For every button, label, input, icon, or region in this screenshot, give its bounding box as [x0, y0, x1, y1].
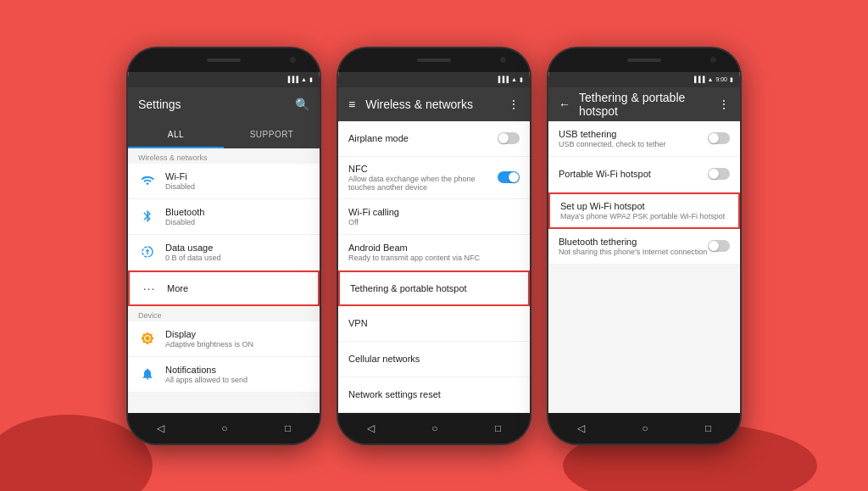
list-item-notifications[interactable]: Notifications All apps allowed to send: [128, 357, 320, 393]
phone-1-title: Settings: [138, 98, 288, 111]
list-item-tethering[interactable]: Tethering & portable hotspot: [338, 271, 530, 306]
phone-2-dots-icon[interactable]: ⋮: [508, 98, 520, 111]
list-item-network-reset[interactable]: Network settings reset: [338, 377, 530, 413]
setup-hotspot-subtitle: Maya's phone WPA2 PSK portable Wi-Fi hot…: [560, 212, 728, 220]
list-item-more[interactable]: ··· More: [128, 271, 320, 306]
more-title: More: [167, 283, 308, 293]
signal-icon: ▐▐▐: [286, 76, 298, 82]
display-content: Display Adaptive brightness is ON: [165, 329, 309, 349]
phone-3-back-icon[interactable]: ←: [559, 98, 570, 111]
usb-tethering-title: USB tethering: [559, 129, 708, 139]
phone-2-screen: ▐▐▐ ▲ ▮ ≡ Wireless & networks ⋮ Airplane…: [338, 72, 530, 413]
setup-hotspot-content: Set up Wi-Fi hotspot Maya's phone WPA2 P…: [560, 201, 728, 220]
home-button-2[interactable]: ○: [431, 422, 437, 434]
phone-2-status-bar: ▐▐▐ ▲ ▮: [338, 72, 530, 87]
phone-3-status-icons: ▐▐▐ ▲ 9:00 ▮: [693, 76, 733, 83]
home-button-3[interactable]: ○: [642, 422, 648, 434]
list-item-wifi[interactable]: Wi-Fi Disabled: [128, 164, 320, 199]
phone-2-top-bar: [338, 48, 530, 72]
display-title: Display: [165, 329, 309, 339]
battery-icon-2: ▮: [520, 76, 523, 83]
notifications-title: Notifications: [165, 365, 309, 375]
recent-button-1[interactable]: □: [285, 422, 291, 434]
wifi-calling-content: Wi-Fi calling Off: [348, 207, 520, 226]
back-button-1[interactable]: ◁: [157, 422, 164, 434]
phone-3-dots-icon[interactable]: ⋮: [718, 98, 730, 111]
notifications-icon: [138, 365, 157, 383]
portable-hotspot-toggle[interactable]: [708, 168, 730, 180]
back-button-3[interactable]: ◁: [577, 422, 585, 434]
wifi-content: Wi-Fi Disabled: [165, 171, 309, 191]
notifications-content: Notifications All apps allowed to send: [165, 365, 309, 384]
phone-2: ▐▐▐ ▲ ▮ ≡ Wireless & networks ⋮ Airplane…: [337, 47, 531, 445]
list-item-display[interactable]: Display Adaptive brightness is ON: [128, 321, 320, 357]
phone-1-content: Wireless & networks Wi-Fi Disabled: [128, 148, 320, 413]
bluetooth-icon: [138, 207, 157, 226]
notifications-subtitle: All apps allowed to send: [165, 376, 309, 384]
recent-button-3[interactable]: □: [705, 422, 711, 434]
usb-tethering-content: USB tethering USB connected, check to te…: [559, 129, 708, 148]
phone-1-status-icons: ▐▐▐ ▲ ▮: [286, 76, 313, 83]
phone-1: ▐▐▐ ▲ ▮ Settings 🔍 ALL SUPPORT Wireless …: [126, 47, 321, 445]
list-item-portable-hotspot[interactable]: Portable Wi-Fi hotspot: [548, 157, 740, 192]
airplane-toggle[interactable]: [498, 132, 520, 144]
bluetooth-title: Bluetooth: [165, 207, 309, 217]
phone-3-title: Tethering & portable hotspot: [579, 91, 718, 118]
phone-1-camera: [290, 57, 296, 63]
wifi-calling-title: Wi-Fi calling: [348, 207, 520, 217]
list-item-cellular[interactable]: Cellular networks: [338, 342, 530, 377]
data-usage-subtitle: 0 B of data used: [165, 254, 309, 262]
phones-container: ▐▐▐ ▲ ▮ Settings 🔍 ALL SUPPORT Wireless …: [118, 30, 750, 462]
phone-2-nav-bar: ◁ ○ □: [338, 413, 530, 444]
phone-2-menu-icon[interactable]: ≡: [348, 98, 355, 111]
list-item-vpn[interactable]: VPN: [338, 306, 530, 342]
tab-all[interactable]: ALL: [128, 121, 224, 148]
phone-1-app-bar: Settings 🔍: [128, 87, 320, 121]
section-label-wireless: Wireless & networks: [128, 148, 320, 164]
list-item-android-beam[interactable]: Android Beam Ready to transmit app conte…: [338, 235, 530, 271]
bt-tethering-content: Bluetooth tethering Not sharing this pho…: [559, 237, 708, 256]
display-subtitle: Adaptive brightness is ON: [165, 340, 309, 349]
phone-2-title: Wireless & networks: [365, 98, 508, 111]
phone-3-nav-bar: ◁ ○ □: [548, 413, 740, 444]
list-item-bt-tethering[interactable]: Bluetooth tethering Not sharing this pho…: [548, 229, 740, 265]
wifi-status-icon-2: ▲: [511, 76, 517, 82]
wifi-title: Wi-Fi: [165, 171, 309, 181]
back-button-2[interactable]: ◁: [367, 422, 375, 434]
cellular-title: Cellular networks: [348, 354, 520, 364]
list-item-airplane[interactable]: Airplane mode: [338, 121, 530, 157]
phone-3-top-bar: [548, 48, 740, 72]
list-item-nfc[interactable]: NFC Allow data exchange when the phone t…: [338, 157, 530, 199]
usb-tethering-toggle[interactable]: [708, 132, 730, 144]
tab-support[interactable]: SUPPORT: [224, 121, 320, 148]
phone-1-search-icon[interactable]: 🔍: [295, 98, 309, 111]
list-item-setup-hotspot[interactable]: Set up Wi-Fi hotspot Maya's phone WPA2 P…: [548, 192, 740, 229]
list-item-bluetooth[interactable]: Bluetooth Disabled: [128, 199, 320, 235]
status-time-3: 9:00: [715, 76, 727, 82]
home-button-1[interactable]: ○: [221, 422, 227, 434]
phone-2-status-icons: ▐▐▐ ▲ ▮: [496, 76, 523, 83]
battery-icon-3: ▮: [730, 76, 733, 83]
phone-2-content: Airplane mode NFC Allow data exchange wh…: [338, 121, 530, 413]
nfc-toggle[interactable]: [498, 171, 520, 183]
battery-icon: ▮: [309, 76, 313, 83]
phone-3-status-bar: ▐▐▐ ▲ 9:00 ▮: [548, 72, 740, 87]
phone-1-screen: ▐▐▐ ▲ ▮ Settings 🔍 ALL SUPPORT Wireless …: [128, 72, 320, 413]
list-item-data-usage[interactable]: Data usage 0 B of data used: [128, 235, 320, 271]
wifi-status-icon: ▲: [301, 76, 307, 82]
tethering-title: Tethering & portable hotspot: [350, 283, 518, 293]
recent-button-2[interactable]: □: [495, 422, 501, 434]
display-icon: [138, 329, 157, 348]
list-item-wifi-calling[interactable]: Wi-Fi calling Off: [338, 199, 530, 235]
portable-hotspot-title: Portable Wi-Fi hotspot: [559, 169, 708, 179]
bt-tethering-subtitle: Not sharing this phone's Internet connec…: [559, 248, 708, 256]
list-item-usb-tethering[interactable]: USB tethering USB connected, check to te…: [548, 121, 740, 157]
android-beam-subtitle: Ready to transmit app content via NFC: [348, 254, 520, 262]
portable-hotspot-content: Portable Wi-Fi hotspot: [559, 169, 708, 179]
wifi-calling-subtitle: Off: [348, 218, 520, 226]
nfc-title: NFC: [348, 164, 498, 174]
phone-3-speaker: [627, 59, 661, 62]
phone-2-camera: [500, 57, 506, 63]
phone-1-nav-bar: ◁ ○ □: [128, 413, 320, 444]
bt-tethering-toggle[interactable]: [708, 240, 730, 252]
